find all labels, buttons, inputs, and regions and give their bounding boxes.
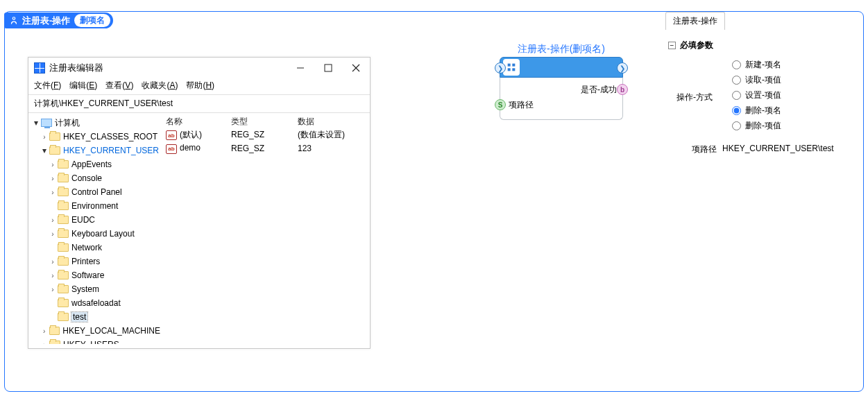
svg-rect-5 — [508, 64, 511, 67]
tree-item[interactable]: Environment — [30, 199, 160, 213]
tree-item[interactable]: ›AppEvents — [30, 157, 160, 171]
path-value: HKEY_CURRENT_USER\test — [722, 144, 834, 155]
close-button[interactable] — [350, 62, 361, 74]
flow-node[interactable]: 注册表-操作(删项名) ❯ ❯ 是否-成功 b S 项路径 — [500, 43, 623, 120]
tree-item[interactable]: ›System — [30, 282, 160, 296]
tree-item[interactable]: ›EUDC — [30, 213, 160, 227]
tree-item[interactable]: ›Software — [30, 268, 160, 282]
op-mode-label: 操作-方式 — [676, 92, 713, 102]
node-title: 注册表-操作(删项名) — [500, 43, 623, 55]
menu-item[interactable]: 查看(V) — [105, 80, 133, 92]
page-header: 注册表-操作 删项名 — [4, 12, 113, 28]
window-title: 注册表编辑器 — [49, 62, 103, 74]
collapse-icon[interactable]: − — [668, 42, 676, 49]
tree-item[interactable]: test — [30, 310, 160, 324]
list-row[interactable]: abdemoREG_SZ123 — [166, 141, 366, 155]
radio-option[interactable]: 新建-项名 — [732, 59, 862, 71]
minimize-button[interactable] — [295, 62, 306, 74]
window-titlebar[interactable]: 注册表编辑器 — [28, 58, 370, 78]
address-bar[interactable]: 计算机\HKEY_CURRENT_USER\test — [28, 94, 370, 113]
regedit-window: 注册表编辑器 文件(F)编辑(E)查看(V)收藏夹(A)帮助(H) 计算机\HK… — [28, 57, 371, 349]
menu-item[interactable]: 收藏夹(A) — [142, 80, 178, 92]
col-name[interactable]: 名称 — [166, 116, 231, 128]
node-header[interactable]: ❯ ❯ — [500, 57, 623, 78]
regedit-icon — [34, 62, 45, 74]
list-row[interactable]: ab(默认)REG_SZ(数值未设置) — [166, 128, 366, 141]
svg-rect-6 — [512, 64, 515, 67]
tree-item[interactable]: ›HKEY_USERS — [30, 338, 160, 344]
radio-option[interactable]: 设置-项值 — [732, 89, 862, 101]
radio-option[interactable]: 读取-项值 — [732, 74, 862, 86]
properties-panel: 注册表-操作 − 必填参数 操作-方式 新建-项名读取-项值设置-项值删除-项名… — [665, 12, 862, 155]
bool-out-port[interactable]: b — [617, 84, 628, 95]
menu-item[interactable]: 文件(F) — [34, 80, 61, 92]
tree-item[interactable]: ›Printers — [30, 255, 160, 268]
maximize-button[interactable] — [323, 62, 334, 74]
menu-item[interactable]: 帮助(H) — [186, 80, 214, 92]
svg-rect-7 — [508, 68, 511, 71]
section-header[interactable]: − 必填参数 — [668, 40, 862, 51]
svg-rect-2 — [325, 64, 332, 71]
list-header: 名称 类型 数据 — [166, 116, 366, 128]
menu-bar: 文件(F)编辑(E)查看(V)收藏夹(A)帮助(H) — [28, 78, 370, 94]
string-in-port[interactable]: S — [495, 99, 506, 110]
tree-item[interactable]: ›HKEY_LOCAL_MACHINE — [30, 324, 160, 338]
tree-view[interactable]: ▾计算机›HKEY_CLASSES_ROOT▾HKEY_CURRENT_USER… — [28, 113, 162, 344]
tree-item[interactable]: ›Control Panel — [30, 185, 160, 199]
tree-item[interactable]: ›Console — [30, 171, 160, 185]
section-title: 必填参数 — [680, 40, 713, 51]
tree-item[interactable]: wdsafeloadat — [30, 296, 160, 310]
col-data[interactable]: 数据 — [298, 116, 366, 128]
tree-item[interactable]: ▾HKEY_CURRENT_USER — [30, 144, 160, 157]
header-title: 注册表-操作 — [22, 15, 70, 27]
run-icon — [8, 15, 19, 26]
svg-rect-8 — [512, 68, 515, 71]
exec-out-port[interactable]: ❯ — [617, 62, 628, 74]
tree-item[interactable]: Network — [30, 241, 160, 255]
path-label: 项路径 — [685, 144, 717, 155]
tree-item[interactable]: ›HKEY_CLASSES_ROOT — [30, 130, 160, 144]
radio-option[interactable]: 删除-项值 — [732, 120, 862, 132]
output-label: 是否-成功 — [581, 84, 617, 96]
menu-item[interactable]: 编辑(E) — [69, 80, 97, 92]
panel-tab[interactable]: 注册表-操作 — [665, 12, 725, 30]
radio-option[interactable]: 删除-项名 — [732, 105, 862, 117]
col-type[interactable]: 类型 — [231, 116, 298, 128]
tree-item[interactable]: ›Keyboard Layout — [30, 227, 160, 241]
tree-item[interactable]: ▾计算机 — [30, 116, 160, 130]
value-list[interactable]: 名称 类型 数据 ab(默认)REG_SZ(数值未设置)abdemoREG_SZ… — [162, 113, 370, 344]
node-body: 是否-成功 b S 项路径 — [500, 78, 623, 120]
svg-point-0 — [12, 17, 15, 19]
header-pill: 删项名 — [74, 14, 110, 27]
exec-in-port[interactable]: ❯ — [495, 62, 506, 74]
input-label: 项路径 — [509, 99, 534, 111]
